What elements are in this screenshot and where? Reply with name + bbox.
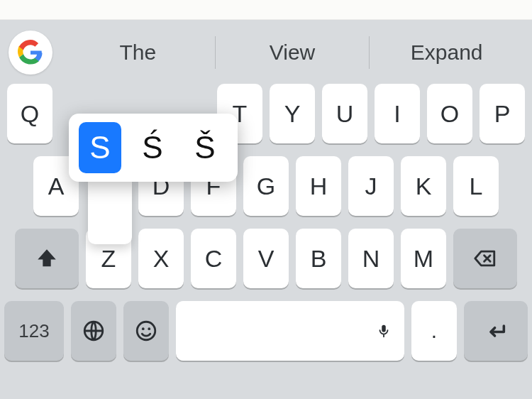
- suggestion-2[interactable]: View: [216, 40, 370, 65]
- key-rows: S Ś Š Q W E R T Y U I O P A D F G H J K …: [0, 81, 532, 361]
- suggestion-1[interactable]: The: [61, 40, 215, 65]
- long-press-popup: S Ś Š: [69, 114, 238, 182]
- popup-option-s-acute[interactable]: Ś: [131, 122, 174, 173]
- mic-icon[interactable]: [376, 323, 392, 339]
- google-search-button[interactable]: [9, 31, 52, 75]
- row-3: Z X C V B N M: [4, 229, 528, 288]
- suggestion-row: The View Expand: [0, 24, 532, 81]
- svg-point-3: [148, 327, 150, 330]
- key-i[interactable]: I: [375, 84, 420, 143]
- return-icon: [484, 319, 508, 343]
- key-u[interactable]: U: [322, 84, 367, 143]
- shift-key[interactable]: [15, 229, 79, 288]
- key-g[interactable]: G: [243, 156, 289, 216]
- popup-option-s-caron[interactable]: Š: [184, 122, 226, 173]
- key-o[interactable]: O: [427, 84, 472, 143]
- key-y[interactable]: Y: [270, 84, 315, 143]
- svg-point-1: [137, 322, 155, 340]
- key-b[interactable]: B: [296, 229, 341, 288]
- key-x[interactable]: X: [138, 229, 184, 288]
- google-logo-icon: [18, 40, 43, 65]
- backspace-icon: [473, 246, 497, 270]
- key-k[interactable]: K: [401, 156, 446, 216]
- key-v[interactable]: V: [243, 229, 289, 288]
- key-c[interactable]: C: [191, 229, 236, 288]
- shift-icon: [35, 246, 59, 270]
- numbers-key[interactable]: 123: [4, 301, 64, 361]
- emoji-key[interactable]: [123, 301, 169, 361]
- popup-stem: [88, 182, 132, 244]
- key-m[interactable]: M: [401, 229, 446, 288]
- popup-option-s[interactable]: S: [79, 122, 121, 173]
- key-j[interactable]: J: [348, 156, 394, 216]
- suggestion-3[interactable]: Expand: [370, 40, 523, 65]
- key-l[interactable]: L: [453, 156, 499, 216]
- svg-rect-4: [382, 325, 386, 332]
- smiley-icon: [134, 319, 158, 343]
- keyboard: The View Expand S Ś Š Q W E R T Y U I O …: [0, 20, 532, 399]
- key-n[interactable]: N: [348, 229, 394, 288]
- globe-icon: [82, 319, 106, 343]
- backspace-key[interactable]: [453, 229, 517, 288]
- key-q[interactable]: Q: [7, 84, 52, 143]
- space-key[interactable]: [176, 301, 404, 361]
- row-bottom: 123: [4, 301, 528, 361]
- key-h[interactable]: H: [296, 156, 341, 216]
- return-key[interactable]: [464, 301, 528, 361]
- key-p[interactable]: P: [480, 84, 525, 143]
- period-key[interactable]: .: [411, 301, 457, 361]
- globe-key[interactable]: [71, 301, 116, 361]
- svg-point-2: [142, 327, 145, 330]
